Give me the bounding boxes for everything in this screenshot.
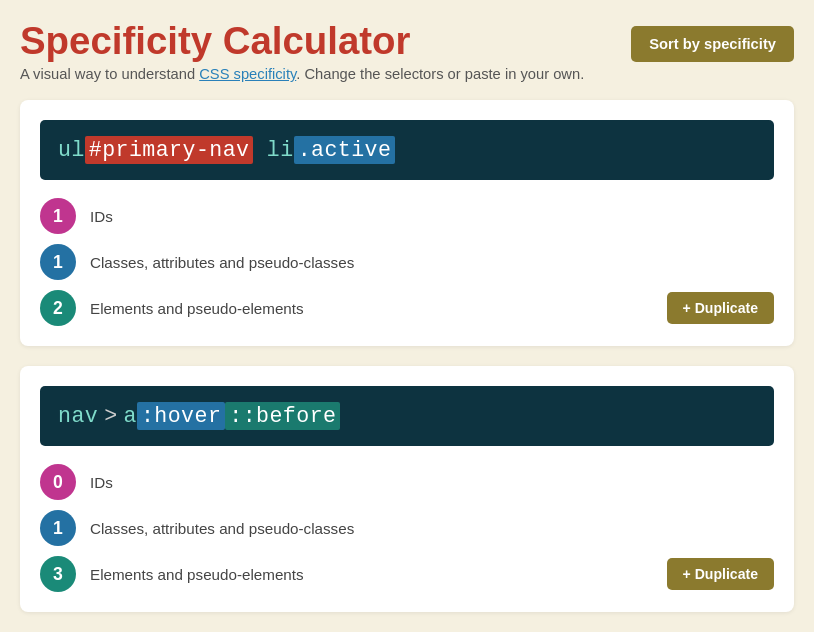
selector-card-2: nav>a:hover::before 0 IDs 1 Classes, att… xyxy=(20,366,794,612)
token-primary-nav: #primary-nav xyxy=(85,136,254,164)
token-combinator: > xyxy=(98,404,123,428)
token-a: a xyxy=(124,404,137,428)
subtitle-text: A visual way to understand xyxy=(20,66,199,82)
token-before: ::before xyxy=(225,402,340,430)
title-area: Specificity Calculator A visual way to u… xyxy=(20,20,584,82)
selector-display-2: nav>a:hover::before xyxy=(40,386,774,446)
sort-by-specificity-button[interactable]: Sort by specificity xyxy=(631,26,794,62)
ids-label-1: IDs xyxy=(90,208,113,225)
spec-row-elements-2: 3 Elements and pseudo-elements + Duplica… xyxy=(40,556,774,592)
token-hover: :hover xyxy=(137,402,225,430)
classes-badge-1: 1 xyxy=(40,244,76,280)
elements-label-2: Elements and pseudo-elements xyxy=(90,566,304,583)
ids-badge-2: 0 xyxy=(40,464,76,500)
token-active: .active xyxy=(294,136,396,164)
duplicate-button-2[interactable]: + Duplicate xyxy=(667,558,775,590)
subtitle-after: . Change the selectors or paste in your … xyxy=(296,66,584,82)
ids-label-2: IDs xyxy=(90,474,113,491)
elements-badge-1: 2 xyxy=(40,290,76,326)
page-subtitle: A visual way to understand CSS specifici… xyxy=(20,66,584,82)
spec-row-ids-1: 1 IDs xyxy=(40,198,774,234)
selector-card-1: ul#primary-nav li.active 1 IDs 1 Classes… xyxy=(20,100,794,346)
token-ul: ul xyxy=(58,138,85,162)
elements-label-1: Elements and pseudo-elements xyxy=(90,300,304,317)
ids-badge-1: 1 xyxy=(40,198,76,234)
spec-row-classes-1: 1 Classes, attributes and pseudo-classes xyxy=(40,244,774,280)
spec-row-elements-1: 2 Elements and pseudo-elements + Duplica… xyxy=(40,290,774,326)
specificity-rows-1: 1 IDs 1 Classes, attributes and pseudo-c… xyxy=(40,198,774,326)
css-specificity-link[interactable]: CSS specificity xyxy=(199,66,296,82)
page-title: Specificity Calculator xyxy=(20,20,584,62)
token-nav: nav xyxy=(58,404,98,428)
spec-row-ids-2: 0 IDs xyxy=(40,464,774,500)
duplicate-button-1[interactable]: + Duplicate xyxy=(667,292,775,324)
classes-badge-2: 1 xyxy=(40,510,76,546)
classes-label-2: Classes, attributes and pseudo-classes xyxy=(90,520,354,537)
page-header: Specificity Calculator A visual way to u… xyxy=(20,20,794,82)
classes-label-1: Classes, attributes and pseudo-classes xyxy=(90,254,354,271)
spec-row-classes-2: 1 Classes, attributes and pseudo-classes xyxy=(40,510,774,546)
specificity-rows-2: 0 IDs 1 Classes, attributes and pseudo-c… xyxy=(40,464,774,592)
selector-display-1: ul#primary-nav li.active xyxy=(40,120,774,180)
elements-badge-2: 3 xyxy=(40,556,76,592)
token-li: li xyxy=(267,138,294,162)
